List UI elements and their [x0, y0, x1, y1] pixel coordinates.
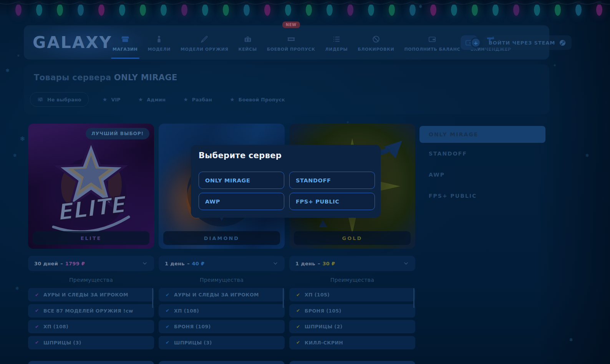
- sidebar-server-fps-public[interactable]: FPS+ PUBLIC: [419, 191, 545, 200]
- ban-icon: [372, 35, 380, 43]
- price-period: 1 день: [295, 261, 315, 266]
- modal-option-fps-public[interactable]: FPS+ PUBLIC: [289, 193, 375, 210]
- snowflake-icon: ❄: [554, 64, 556, 67]
- wallet-top-up-button[interactable]: +: [461, 35, 477, 50]
- benefit-row: ✔ХП (105): [289, 288, 415, 301]
- price-dropdown-gold[interactable]: 1 день – 30 ₽: [289, 256, 415, 271]
- nav-item-battle-pass[interactable]: NEW БОЕВОЙ ПРОПУСК: [267, 25, 315, 60]
- check-icon: ✔: [35, 340, 39, 345]
- snowflake-icon: ❄: [5, 68, 10, 73]
- nav-label: ПОПОЛНИТЬ БАЛАНС: [404, 47, 460, 52]
- filter-chip-not-selected[interactable]: Не выбрано: [30, 92, 89, 107]
- nav-item-shop[interactable]: МАГАЗИН: [113, 25, 138, 60]
- modal-title: Выберите сервер: [199, 151, 282, 160]
- product-name-bar: GOLD: [294, 231, 411, 245]
- filter-label: Боевой Пропуск: [239, 97, 285, 103]
- knife-icon: [200, 35, 209, 43]
- benefit-text: ХП (105): [305, 292, 330, 298]
- modal-option-awp[interactable]: AWP: [199, 193, 284, 210]
- benefit-text: БРОНЯ (105): [305, 308, 341, 314]
- sidebar-server-only-mirage[interactable]: ONLY MIRAGE: [419, 126, 545, 143]
- check-icon: ✔: [296, 324, 300, 329]
- snowflake-icon: ❄: [15, 286, 19, 291]
- nav-item-weapon-models[interactable]: МОДЕЛИ ОРУЖИЯ: [181, 25, 229, 60]
- filter-chip-admin[interactable]: ★ Админ: [134, 93, 169, 106]
- header: GALAXY МАГАЗИН МОДЕЛИ МОДЕЛИ ОРУЖИЯ КЕЙС…: [24, 25, 549, 60]
- nav-label: ЛИДЕРЫ: [325, 47, 348, 52]
- benefit-text: АУРЫ И СЛЕДЫ ЗА ИГРОКОМ: [43, 292, 128, 298]
- buy-button-partial[interactable]: [289, 361, 415, 364]
- check-icon: ✔: [35, 293, 39, 297]
- person-icon: [155, 35, 163, 43]
- benefit-row: ✔ВСЕ 87 МОДЕЛЕЙ ОРУЖИЯ !cw: [28, 304, 154, 318]
- check-icon: ✔: [296, 293, 300, 297]
- price-dropdown-diamond[interactable]: 1 день – 40 ₽: [159, 256, 285, 271]
- main-nav: МАГАЗИН МОДЕЛИ МОДЕЛИ ОРУЖИЯ КЕЙСЫ NEW: [113, 25, 511, 60]
- product-name-bar: DIAMOND: [163, 231, 280, 245]
- steam-icon: [559, 39, 566, 46]
- benefit-row: ✔БРОНЯ (105): [289, 304, 415, 318]
- benefit-row: ✔ШПРИЦЫ (2): [289, 320, 415, 333]
- benefits-heading: Преимущества: [289, 277, 415, 283]
- benefit-row: ✔ШПРИЦЫ (3): [28, 336, 154, 349]
- nav-item-bans[interactable]: БЛОКИРОВКИ: [358, 25, 394, 60]
- sidebar-server-awp[interactable]: AWP: [419, 170, 545, 179]
- benefits-scrollbar[interactable]: [413, 288, 414, 308]
- nav-item-cases[interactable]: КЕЙСЫ: [239, 25, 257, 60]
- filter-label: Админ: [147, 97, 166, 103]
- filter-label: Не выбрано: [47, 97, 81, 103]
- filter-chip-vip[interactable]: ★ VIP: [99, 93, 124, 106]
- nav-item-top-up-balance[interactable]: ПОПОЛНИТЬ БАЛАНС: [404, 25, 460, 60]
- benefit-text: БРОНЯ (109): [174, 324, 211, 329]
- shop-panel: Товары сервера ONLY MIRAGE Не выбрано ★ …: [24, 65, 549, 114]
- benefits-scrollbar[interactable]: [283, 288, 284, 308]
- benefits-heading: Преимущества: [159, 277, 285, 283]
- nav-label: БЛОКИРОВКИ: [358, 47, 394, 52]
- benefits-list: ✔ХП (105) ✔БРОНЯ (105) ✔ШПРИЦЫ (2) ✔КИЛЛ…: [289, 288, 415, 352]
- benefit-text: АУРЫ И СЛЕДЫ ЗА ИГРОКОМ: [174, 292, 259, 298]
- benefits-list: ✔АУРЫ И СЛЕДЫ ЗА ИГРОКОМ ✔ВСЕ 87 МОДЕЛЕЙ…: [28, 288, 154, 352]
- price-separator: –: [318, 261, 320, 266]
- price-dropdown-elite[interactable]: 30 дней – 1799 ₽: [28, 256, 154, 271]
- nav-label: МОДЕЛИ ОРУЖИЯ: [181, 47, 229, 52]
- filter-label: Разбан: [192, 97, 212, 103]
- buy-button-partial[interactable]: [159, 361, 285, 364]
- nav-label: БОЕВОЙ ПРОПУСК: [267, 47, 315, 52]
- snowflake-icon: ❄: [17, 54, 20, 58]
- nav-label: МАГАЗИН: [113, 47, 138, 52]
- filter-chip-battle-pass[interactable]: ★ Боевой Пропуск: [226, 93, 289, 106]
- product-name-bar: ELITE: [33, 231, 149, 245]
- site-logo[interactable]: GALAXY: [29, 25, 116, 60]
- benefit-row: ✔ШПРИЦЫ (3): [159, 336, 285, 349]
- sidebar-server-standoff[interactable]: STANDOFF: [419, 149, 545, 158]
- nav-label: МОДЕЛИ: [148, 47, 171, 52]
- star-icon: ★: [138, 97, 143, 102]
- price-period: 30 дней: [34, 261, 58, 266]
- price-value: 30 ₽: [322, 261, 335, 266]
- nav-item-models[interactable]: МОДЕЛИ: [148, 25, 171, 60]
- chevron-down-icon: [272, 260, 278, 266]
- list-icon: [332, 35, 341, 43]
- modal-option-only-mirage[interactable]: ONLY MIRAGE: [199, 172, 284, 189]
- wallet-icon: [428, 35, 436, 43]
- filter-chip-unban[interactable]: ★ Разбан: [179, 93, 216, 106]
- case-icon: [244, 35, 252, 43]
- server-select-modal: Выберите сервер ONLY MIRAGE STANDOFF AWP…: [191, 145, 381, 218]
- benefits-scrollbar[interactable]: [152, 288, 153, 308]
- benefit-text: ХП (108): [174, 308, 199, 314]
- sliders-icon: [37, 96, 43, 103]
- steam-login-button[interactable]: ВОЙТИ ЧЕРЕЗ STEAM: [483, 35, 572, 50]
- modal-option-standoff[interactable]: STANDOFF: [289, 172, 375, 189]
- ticket-icon: [287, 35, 295, 43]
- buy-button-partial[interactable]: [28, 361, 154, 364]
- top-shade: [0, 0, 610, 17]
- chevron-down-icon: [403, 260, 409, 266]
- nav-item-leaders[interactable]: ЛИДЕРЫ: [325, 25, 348, 60]
- snowflake-icon: ❄: [569, 337, 573, 342]
- benefit-text: ШПРИЦЫ (3): [174, 340, 212, 346]
- check-icon: ✔: [166, 308, 169, 313]
- chevron-down-icon: [142, 260, 148, 266]
- benefit-row: ✔ХП (108): [28, 320, 154, 333]
- benefit-row: ✔АУРЫ И СЛЕДЫ ЗА ИГРОКОМ: [28, 288, 154, 301]
- benefit-row: ✔БРОНЯ (109): [159, 320, 285, 333]
